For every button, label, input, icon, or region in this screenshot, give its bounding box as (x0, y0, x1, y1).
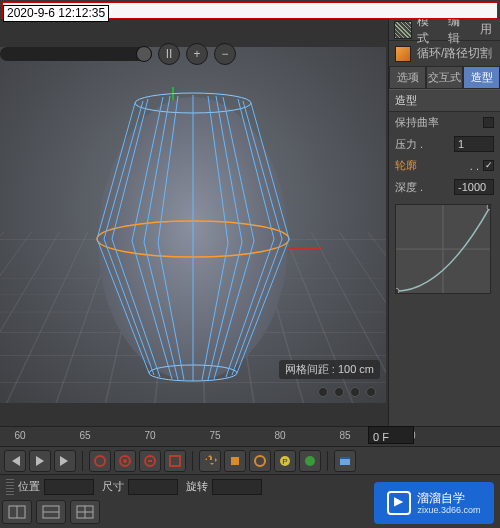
viewport-area: II + − (0, 19, 388, 426)
watermark-sub: zixue.3d66.com (417, 505, 480, 515)
tab-options[interactable]: 选项 (389, 66, 426, 89)
curve-editor[interactable] (395, 204, 491, 294)
slider-track[interactable] (0, 47, 152, 61)
svg-rect-11 (170, 456, 180, 466)
minus-button[interactable]: − (214, 43, 236, 65)
tool-cube-icon (395, 46, 411, 62)
watermark-badge: 溜溜自学 zixue.3d66.com (374, 482, 494, 524)
rotate-key-button[interactable] (249, 450, 271, 472)
prop-pressure: 压力 . (389, 133, 500, 155)
goto-end-button[interactable] (54, 450, 76, 472)
param-key-button[interactable]: P (274, 450, 296, 472)
tick: 75 (209, 430, 220, 441)
preserve-curvature-label: 保持曲率 (395, 115, 479, 130)
watermark-title: 溜溜自学 (417, 492, 480, 505)
plus-button[interactable]: + (186, 43, 208, 65)
vp-dot[interactable] (334, 387, 344, 397)
menu-user[interactable]: 用 (480, 21, 492, 38)
vp-dot[interactable] (366, 387, 376, 397)
mesh-object[interactable] (88, 89, 298, 389)
slider-knob[interactable] (136, 46, 152, 62)
scale-key-button[interactable] (224, 450, 246, 472)
tick: 60 (14, 430, 25, 441)
rotation-group: 旋转 (186, 479, 262, 495)
prop-depth: 深度 . (389, 176, 500, 198)
profile-checkbox[interactable] (483, 160, 494, 171)
depth-label: 深度 . (395, 180, 450, 195)
attribute-panel: 模式 编辑 用 循环/路径切割 选项 交互式 造型 造型 保持曲率 压力 . 轮… (388, 19, 500, 426)
current-frame-label: 0 F (369, 429, 393, 445)
vp-dot[interactable] (318, 387, 328, 397)
timestamp-text: 2020-9-6 12:12:35 (3, 5, 109, 22)
svg-point-9 (123, 459, 127, 463)
tick: 70 (144, 430, 155, 441)
pause-button[interactable]: II (158, 43, 180, 65)
section-header-shape: 造型 (389, 89, 500, 112)
tick: 85 (339, 430, 350, 441)
timeline[interactable]: 60 65 70 75 80 85 90 (0, 426, 500, 446)
rotation-field[interactable] (212, 479, 262, 495)
timestamp-bar: 2020-9-6 12:12:35 (2, 2, 498, 19)
tool-title-row: 循环/路径切割 (389, 41, 500, 66)
size-group: 尺寸 (102, 479, 178, 495)
viewport-nav-dots (318, 387, 376, 397)
3d-viewport[interactable]: 网格间距 : 100 cm (0, 47, 386, 403)
toolbar-separator (327, 451, 328, 471)
profile-label: 轮廓 (395, 158, 466, 173)
play-button[interactable] (29, 450, 51, 472)
svg-point-16 (305, 456, 315, 466)
autokey-button[interactable] (139, 450, 161, 472)
preserve-curvature-checkbox[interactable] (483, 117, 494, 128)
current-frame-field[interactable]: 0 F (368, 426, 414, 444)
position-field[interactable] (44, 479, 94, 495)
grip-icon[interactable] (6, 479, 14, 495)
key-options-button[interactable] (164, 450, 186, 472)
film-button[interactable] (334, 450, 356, 472)
hatch-icon[interactable] (394, 21, 412, 39)
tick: 65 (79, 430, 90, 441)
size-label: 尺寸 (102, 479, 124, 494)
size-field[interactable] (128, 479, 178, 495)
depth-input[interactable] (454, 179, 494, 195)
svg-point-13 (255, 456, 265, 466)
layout-btn-1[interactable] (2, 500, 32, 524)
svg-text:P: P (282, 457, 287, 466)
bottom-icon-row (2, 500, 100, 524)
tab-shape[interactable]: 造型 (463, 66, 500, 89)
attr-top-menu: 模式 编辑 用 (389, 19, 500, 41)
playback-toolbar: P (0, 446, 500, 474)
goto-start-button[interactable] (4, 450, 26, 472)
watermark-play-icon (387, 491, 411, 515)
layout-btn-3[interactable] (70, 500, 100, 524)
rotation-label: 旋转 (186, 479, 208, 494)
toolbar-separator (82, 451, 83, 471)
tab-interactive[interactable]: 交互式 (426, 66, 463, 89)
move-key-button[interactable] (199, 450, 221, 472)
pla-key-button[interactable] (299, 450, 321, 472)
prop-preserve-curvature: 保持曲率 (389, 112, 500, 133)
viewport-footer-text: 网格间距 : 100 cm (279, 360, 380, 379)
attr-tabs: 选项 交互式 造型 (389, 66, 500, 89)
round-button-group: II + − (158, 43, 236, 65)
svg-point-5 (396, 288, 399, 293)
profile-dots: . . (470, 160, 479, 172)
record-alt-button[interactable] (114, 450, 136, 472)
vp-dot[interactable] (350, 387, 360, 397)
position-group: 位置 (6, 479, 94, 495)
pressure-input[interactable] (454, 136, 494, 152)
position-label: 位置 (18, 479, 40, 494)
toolbar-separator (192, 451, 193, 471)
svg-point-6 (487, 205, 490, 210)
tick: 80 (274, 430, 285, 441)
record-button[interactable] (89, 450, 111, 472)
prop-profile: 轮廓 . . (389, 155, 500, 176)
pressure-label: 压力 . (395, 137, 450, 152)
layout-btn-2[interactable] (36, 500, 66, 524)
svg-rect-12 (231, 457, 239, 465)
tool-name-label: 循环/路径切割 (417, 45, 492, 62)
svg-rect-18 (340, 457, 350, 459)
svg-point-7 (95, 456, 105, 466)
